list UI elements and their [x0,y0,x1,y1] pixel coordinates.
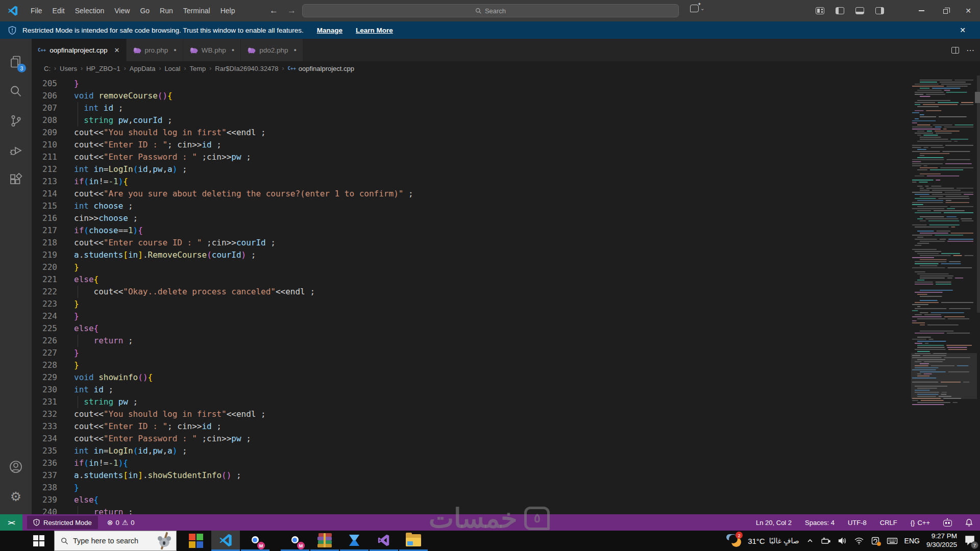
breadcrumb-item[interactable]: C: [44,65,51,72]
menu-go[interactable]: Go [135,0,155,21]
copilot-button[interactable]: ⌄ [690,5,704,12]
touch-keyboard-icon[interactable] [887,537,898,545]
source-control-icon[interactable] [4,106,28,136]
status-utf-8[interactable]: UTF-8 [848,519,867,527]
tab-pro.php[interactable]: pro.php● [127,39,183,61]
taskbar-app-visualstudio[interactable] [370,531,398,551]
explorer-icon[interactable]: 3 [4,47,28,77]
problems-indicator[interactable]: ⊗ 0 ⚠ 0 [107,518,135,527]
banner-manage-link[interactable]: Manage [317,27,342,34]
command-search-box[interactable]: Search [302,4,679,17]
menu-edit[interactable]: Edit [47,0,70,21]
toggle-sidebar-icon[interactable] [836,7,844,14]
notification-center[interactable]: 7 [964,534,977,547]
status-bell[interactable] [965,518,973,527]
banner-learn-more-link[interactable]: Learn More [356,27,393,34]
taskbar-app-chrome-2[interactable]: M [281,531,309,551]
code-line-227[interactable]: 227} [32,347,911,359]
accounts-icon[interactable] [4,452,28,482]
status-spaces-4[interactable]: Spaces: 4 [805,519,835,527]
minimap[interactable] [911,76,977,514]
tray-expand-icon[interactable] [806,537,814,545]
code-line-208[interactable]: 208 string pw,courId ; [32,114,911,127]
menu-file[interactable]: File [26,0,47,21]
code-line-213[interactable]: 213if(in!=-1){ [32,176,911,188]
code-line-226[interactable]: 226 return ; [32,335,911,347]
code-line-211[interactable]: 211cout<<"Enter Password : " ;cin>>pw ; [32,151,911,163]
banner-close-icon[interactable]: ✕ [960,26,966,34]
code-line-225[interactable]: 225else{ [32,322,911,335]
code-line-240[interactable]: 240 return ; [32,506,911,514]
menu-help[interactable]: Help [215,0,240,21]
code-line-233[interactable]: 233cout<<"Enter ID : "; cin>>id ; [32,420,911,433]
code-line-224[interactable]: 224} [32,310,911,322]
language-indicator[interactable]: ENG [904,537,920,545]
code-line-220[interactable]: 220} [32,261,911,273]
weather-widget[interactable]: 2 31°C صافٍ غالبًا [726,533,799,549]
breadcrumb-item[interactable]: Rar$DIa26940.32478 [215,65,278,72]
menu-run[interactable]: Run [155,0,178,21]
app-update-icon[interactable] [871,536,880,545]
tab-oopfinalproject.cpp[interactable]: C++oopfinalproject.cpp✕ [32,39,127,61]
code-line-232[interactable]: 232cout<<"You should log in first"<<endl… [32,408,911,420]
clock[interactable]: 9:27 PM 9/30/2025 [926,532,957,549]
toggle-panel-icon[interactable] [855,7,864,14]
tab-pdo2.php[interactable]: pdo2.php● [241,39,303,61]
code-line-216[interactable]: 216cin>>choose ; [32,212,911,224]
menu-view[interactable]: View [109,0,135,21]
code-line-218[interactable]: 218cout<<"Enter course ID : " ;cin>>cour… [32,237,911,249]
wifi-icon[interactable] [854,537,864,545]
minimap-slider[interactable] [911,353,977,399]
status-c-[interactable]: {}C++ [911,519,930,527]
code-line-236[interactable]: 236if(in!=-1){ [32,457,911,469]
search-sidebar-icon[interactable] [4,77,28,106]
breadcrumb-item[interactable]: AppData [130,65,156,72]
status-crlf[interactable]: CRLF [880,519,897,527]
code-line-223[interactable]: 223} [32,298,911,310]
taskbar-app-explorer[interactable] [399,531,428,551]
code-line-230[interactable]: 230int id ; [32,384,911,396]
code-line-235[interactable]: 235int in=LogIn(id,pw,a) ; [32,445,911,457]
taskbar-app-vscode[interactable] [211,531,240,551]
breadcrumb-item[interactable]: Local [164,65,180,72]
breadcrumb[interactable]: C:›Users›HP_ZBO~1›AppData›Local›Temp›Rar… [32,61,980,76]
menu-selection[interactable]: Selection [70,0,110,21]
close-button[interactable]: ✕ [957,0,980,21]
code-line-239[interactable]: 239else{ [32,494,911,506]
toggle-secondary-sidebar-icon[interactable] [875,7,884,14]
scrollbar[interactable] [977,76,980,313]
taskbar-search[interactable]: Type here to search [54,531,177,551]
battery-icon[interactable] [821,537,831,545]
code-line-205[interactable]: 205} [32,78,911,90]
tab-close-icon[interactable]: ✕ [114,46,120,54]
menu-terminal[interactable]: Terminal [178,0,215,21]
breadcrumb-file[interactable]: C++oopfinalproject.cpp [288,65,354,72]
more-actions-icon[interactable]: ⋯ [966,45,975,55]
nav-back-icon[interactable]: ← [270,6,278,16]
settings-gear-icon[interactable]: ⚙ [4,482,28,511]
code-line-238[interactable]: 238} [32,482,911,494]
restore-button[interactable] [933,0,957,21]
code-line-231[interactable]: 231 string pw ; [32,396,911,408]
breadcrumb-item[interactable]: Temp [189,65,206,72]
minimize-button[interactable] [910,0,933,21]
volume-icon[interactable] [838,537,847,545]
breadcrumb-item[interactable]: Users [60,65,77,72]
code-line-217[interactable]: 217if(choose==1){ [32,224,911,237]
start-button[interactable] [24,531,53,551]
code-line-228[interactable]: 228} [32,359,911,371]
code-line-229[interactable]: 229void showinfo(){ [32,371,911,384]
code-line-237[interactable]: 237a.students[in].showStudentInfo() ; [32,469,911,482]
code-line-215[interactable]: 215int choose ; [32,200,911,212]
code-line-206[interactable]: 206void removeCourse(){ [32,90,911,102]
code-line-209[interactable]: 209cout<<"You should log in first"<<endl… [32,127,911,139]
code-line-210[interactable]: 210cout<<"Enter ID : "; cin>>id ; [32,139,911,151]
code-line-221[interactable]: 221else{ [32,273,911,286]
code-line-207[interactable]: 207 int id ; [32,102,911,114]
run-debug-icon[interactable] [4,136,28,165]
nav-forward-icon[interactable]: → [287,6,296,16]
extensions-icon[interactable] [4,165,28,195]
split-editor-icon[interactable] [951,47,959,54]
breadcrumb-item[interactable]: HP_ZBO~1 [86,65,120,72]
scrollbar-handle[interactable] [975,92,980,103]
